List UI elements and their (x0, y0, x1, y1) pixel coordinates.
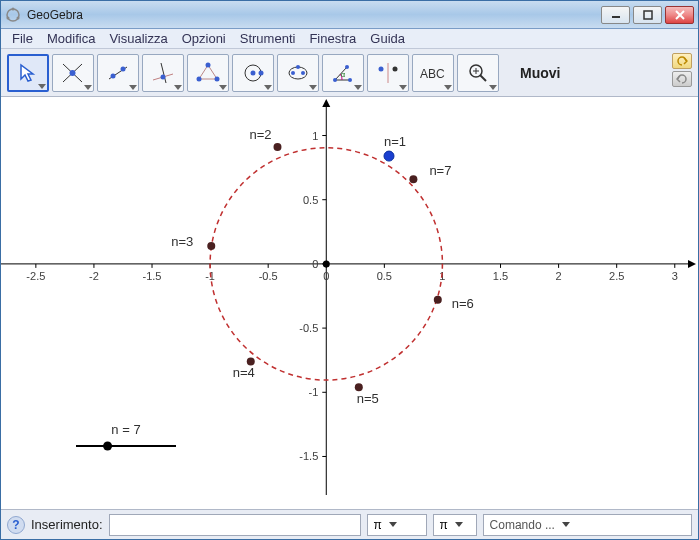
svg-text:n=1: n=1 (384, 134, 406, 149)
title-text: GeoGebra (27, 8, 601, 22)
tool-zoom[interactable] (457, 54, 499, 92)
svg-point-23 (259, 70, 264, 75)
command-select[interactable]: Comando ... (483, 514, 692, 536)
svg-point-20 (197, 76, 202, 81)
titlebar[interactable]: GeoGebra (1, 1, 698, 29)
tool-polygon[interactable] (187, 54, 229, 92)
svg-text:0: 0 (312, 258, 318, 270)
graphics-view[interactable]: -2.5-2-1.5-1-0.500.511.522.53-1.5-1-0.50… (1, 97, 698, 509)
svg-text:n = 7: n = 7 (111, 422, 140, 437)
tool-reflect[interactable] (367, 54, 409, 92)
chevron-down-icon (354, 85, 362, 90)
redo-button[interactable] (672, 71, 692, 87)
menu-file[interactable]: File (7, 30, 38, 47)
svg-line-37 (480, 75, 486, 81)
svg-point-92 (409, 175, 417, 183)
svg-point-95 (103, 442, 112, 451)
svg-text:2.5: 2.5 (609, 270, 624, 282)
svg-text:n=5: n=5 (357, 391, 379, 406)
chevron-down-icon (38, 84, 46, 89)
chevron-down-icon (264, 85, 272, 90)
tool-label: Muovi (520, 65, 560, 81)
svg-point-10 (70, 70, 76, 76)
svg-text:n=2: n=2 (249, 127, 271, 142)
chevron-down-icon (129, 85, 137, 90)
undo-button[interactable] (672, 53, 692, 69)
close-button[interactable] (665, 6, 694, 24)
svg-point-16 (161, 74, 166, 79)
menubar: File Modifica Visualizza Opzioni Strumen… (1, 29, 698, 49)
svg-point-30 (345, 65, 349, 69)
svg-point-12 (111, 73, 116, 78)
input-bar: ? Inserimento: π π Comando ... (1, 509, 698, 539)
svg-point-28 (333, 78, 337, 82)
svg-text:-2: -2 (89, 270, 99, 282)
menu-modifica[interactable]: Modifica (42, 30, 100, 47)
svg-text:1.5: 1.5 (493, 270, 508, 282)
svg-point-2 (17, 16, 20, 19)
symbol-select-2[interactable]: π (433, 514, 477, 536)
svg-point-90 (434, 296, 442, 304)
chevron-down-icon (455, 522, 463, 527)
svg-point-88 (355, 383, 363, 391)
tool-angle[interactable]: α (322, 54, 364, 92)
svg-text:-0.5: -0.5 (299, 322, 318, 334)
input-label: Inserimento: (31, 517, 103, 532)
svg-text:n=7: n=7 (429, 163, 451, 178)
app-icon (5, 7, 21, 23)
menu-guida[interactable]: Guida (365, 30, 410, 47)
svg-point-34 (393, 66, 398, 71)
maximize-button[interactable] (633, 6, 662, 24)
plot-svg: -2.5-2-1.5-1-0.500.511.522.53-1.5-1-0.50… (1, 97, 698, 495)
command-input[interactable] (109, 514, 361, 536)
chevron-down-icon (444, 85, 452, 90)
svg-point-25 (291, 71, 295, 75)
tool-point[interactable] (52, 54, 94, 92)
svg-point-29 (348, 78, 352, 82)
tool-circle[interactable] (232, 54, 274, 92)
chevron-down-icon (174, 85, 182, 90)
tool-perpendicular[interactable] (142, 54, 184, 92)
svg-text:0.5: 0.5 (303, 194, 318, 206)
svg-point-3 (7, 16, 10, 19)
svg-text:α: α (341, 71, 345, 78)
svg-text:-1.5: -1.5 (143, 270, 162, 282)
chevron-down-icon (219, 85, 227, 90)
svg-text:n=3: n=3 (171, 234, 193, 249)
svg-point-80 (384, 151, 394, 161)
svg-text:n=4: n=4 (233, 365, 255, 380)
svg-point-19 (215, 76, 220, 81)
svg-point-33 (379, 66, 384, 71)
svg-text:0.5: 0.5 (377, 270, 392, 282)
menu-opzioni[interactable]: Opzioni (177, 30, 231, 47)
symbol-select-1[interactable]: π (367, 514, 427, 536)
minimize-button[interactable] (601, 6, 630, 24)
svg-text:1: 1 (312, 130, 318, 142)
menu-strumenti[interactable]: Strumenti (235, 30, 301, 47)
app-window: GeoGebra File Modifica Visualizza Opzion… (0, 0, 699, 540)
svg-text:n=6: n=6 (452, 296, 474, 311)
svg-point-82 (273, 143, 281, 151)
svg-text:ABC: ABC (420, 67, 445, 81)
svg-point-86 (247, 357, 255, 365)
tool-ellipse[interactable] (277, 54, 319, 92)
chevron-down-icon (84, 85, 92, 90)
tool-move[interactable] (7, 54, 49, 92)
chevron-down-icon (399, 85, 407, 90)
svg-text:2: 2 (556, 270, 562, 282)
svg-point-13 (121, 66, 126, 71)
svg-text:-0.5: -0.5 (259, 270, 278, 282)
toolbar: α ABC Muovi (1, 49, 698, 97)
svg-text:-1: -1 (308, 386, 318, 398)
svg-point-27 (296, 65, 300, 69)
chevron-down-icon (562, 522, 570, 527)
svg-line-15 (161, 63, 166, 83)
menu-finestra[interactable]: Finestra (304, 30, 361, 47)
tool-text[interactable]: ABC (412, 54, 454, 92)
menu-visualizza[interactable]: Visualizza (104, 30, 172, 47)
tool-line[interactable] (97, 54, 139, 92)
help-icon[interactable]: ? (7, 516, 25, 534)
svg-text:3: 3 (672, 270, 678, 282)
svg-point-79 (323, 260, 330, 267)
svg-point-1 (12, 7, 15, 10)
